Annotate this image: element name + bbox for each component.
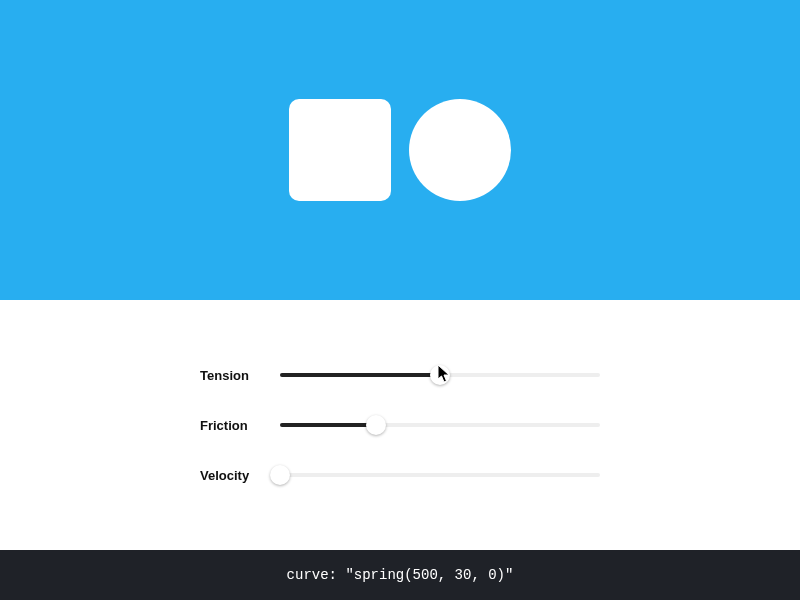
slider-label-velocity: Velocity <box>200 468 260 483</box>
slider-row-tension: Tension <box>200 365 600 385</box>
preview-circle <box>409 99 511 201</box>
slider-friction[interactable] <box>280 415 600 435</box>
slider-thumb[interactable] <box>366 415 386 435</box>
controls-area: Tension Friction Velocity <box>0 300 800 550</box>
slider-track <box>280 473 600 477</box>
preview-area <box>0 0 800 300</box>
slider-row-friction: Friction <box>200 415 600 435</box>
slider-thumb[interactable] <box>430 365 450 385</box>
slider-fill <box>280 373 440 377</box>
slider-label-tension: Tension <box>200 368 260 383</box>
slider-label-friction: Friction <box>200 418 260 433</box>
slider-velocity[interactable] <box>280 465 600 485</box>
code-output: curve: "spring(500, 30, 0)" <box>0 550 800 600</box>
preview-square <box>289 99 391 201</box>
code-text: curve: "spring(500, 30, 0)" <box>287 567 514 583</box>
slider-tension[interactable] <box>280 365 600 385</box>
slider-row-velocity: Velocity <box>200 465 600 485</box>
slider-thumb[interactable] <box>270 465 290 485</box>
slider-fill <box>280 423 376 427</box>
